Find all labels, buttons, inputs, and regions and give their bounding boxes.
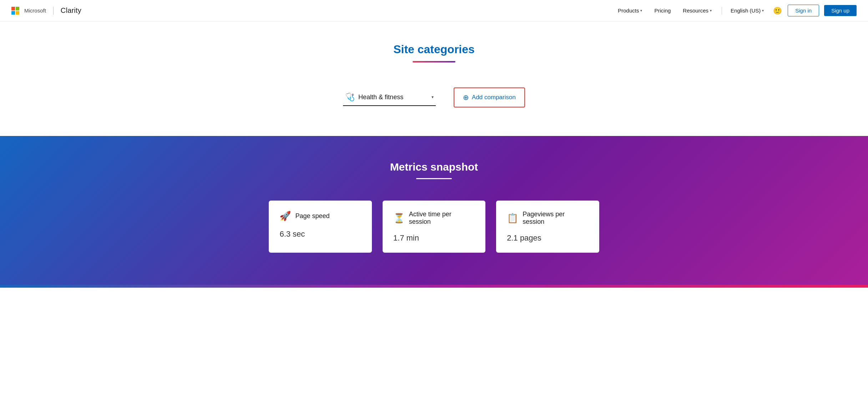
pageviews-value: 2.1 pages [507, 233, 587, 243]
signin-button[interactable]: Sign in [788, 5, 819, 16]
nav-resources[interactable]: Resources ▾ [678, 5, 717, 16]
resources-chevron-icon: ▾ [710, 9, 712, 12]
active-time-value: 1.7 min [393, 233, 473, 243]
page-speed-icon: 🚀 [279, 211, 291, 222]
metrics-underline [416, 178, 452, 179]
site-categories-title: Site categories [393, 43, 475, 56]
page-speed-label: Page speed [295, 212, 329, 220]
feedback-icon[interactable]: 🙂 [773, 6, 782, 15]
metric-card-pageviews: 📋 Pageviews per session 2.1 pages [496, 201, 599, 253]
site-categories-section: Site categories 🩺 Health & fitness ▾ ⊕ A… [0, 43, 868, 107]
signup-button[interactable]: Sign up [824, 5, 857, 16]
metrics-title: Metrics snapshot [390, 161, 478, 173]
metrics-section: Metrics snapshot 🚀 Page speed 6.3 sec ⏳ … [0, 136, 868, 285]
nav-pricing[interactable]: Pricing [649, 5, 676, 16]
metrics-cards: 🚀 Page speed 6.3 sec ⏳ Active time per s… [269, 201, 599, 253]
category-chevron-icon: ▾ [432, 95, 434, 100]
add-circle-icon: ⊕ [463, 93, 469, 102]
metric-card-header-2: ⏳ Active time per session [393, 211, 473, 226]
main-content: Site categories 🩺 Health & fitness ▾ ⊕ A… [0, 21, 868, 136]
title-underline [413, 61, 455, 62]
dropdown-underline [343, 105, 436, 106]
nav-products[interactable]: Products ▾ [613, 5, 647, 16]
brand-name: Clarity [61, 6, 81, 15]
microsoft-label: Microsoft [24, 7, 46, 14]
pageviews-label: Pageviews per session [523, 211, 587, 226]
category-controls: 🩺 Health & fitness ▾ ⊕ Add comparison [343, 87, 525, 107]
language-chevron-icon: ▾ [762, 9, 764, 12]
nav-links: Products ▾ Pricing Resources ▾ English (… [613, 5, 857, 16]
brand-divider [53, 7, 54, 15]
footer-bar [0, 285, 868, 288]
pageviews-icon: 📋 [507, 213, 518, 224]
metric-card-active-time: ⏳ Active time per session 1.7 min [383, 201, 485, 253]
category-dropdown-button[interactable]: 🩺 Health & fitness ▾ [343, 89, 436, 105]
add-comparison-button[interactable]: ⊕ Add comparison [454, 87, 525, 107]
products-chevron-icon: ▾ [640, 9, 642, 12]
active-time-label: Active time per session [409, 211, 473, 226]
active-time-icon: ⏳ [393, 213, 405, 224]
nav-separator [722, 7, 722, 15]
language-selector[interactable]: English (US) ▾ [727, 5, 767, 16]
navbar: Microsoft Clarity Products ▾ Pricing Res… [0, 0, 868, 21]
metric-card-page-speed: 🚀 Page speed 6.3 sec [269, 201, 372, 253]
metric-card-header-3: 📋 Pageviews per session [507, 211, 587, 226]
category-icon: 🩺 [345, 92, 355, 102]
metric-card-header: 🚀 Page speed [279, 211, 359, 222]
add-comparison-label: Add comparison [472, 94, 516, 101]
logo-link[interactable]: Microsoft Clarity [11, 6, 81, 15]
selected-category-label: Health & fitness [358, 94, 403, 101]
category-dropdown: 🩺 Health & fitness ▾ [343, 89, 436, 106]
microsoft-logo [11, 7, 19, 15]
page-speed-value: 6.3 sec [279, 229, 359, 239]
